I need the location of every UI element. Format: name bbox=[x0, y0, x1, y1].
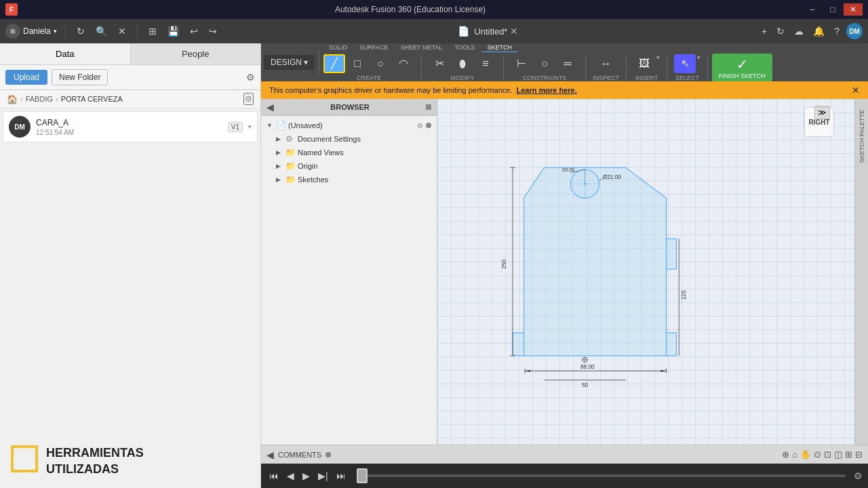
play-button[interactable]: ▶ bbox=[300, 469, 313, 483]
home-view-button[interactable]: ⌂ bbox=[792, 449, 797, 460]
upload-button[interactable]: Upload bbox=[5, 70, 47, 85]
comments-toggle-button[interactable]: ◀ bbox=[267, 449, 274, 460]
insert-label: INSERT bbox=[635, 75, 658, 81]
select-button[interactable]: ↖ bbox=[674, 54, 696, 73]
browser-header: ◀ BROWSER bbox=[261, 99, 437, 116]
save-button[interactable]: 💾 bbox=[165, 24, 182, 38]
design-mode-button[interactable]: DESIGN ▾ bbox=[264, 55, 315, 70]
constrain1-button[interactable]: ⊢ bbox=[511, 54, 532, 73]
view-controls-more[interactable]: ⊟ bbox=[855, 449, 863, 460]
browser-collapse-button[interactable]: ◀ bbox=[267, 102, 274, 113]
settings-icon-button[interactable]: ⚙ bbox=[246, 72, 255, 83]
constrain3-button[interactable]: ═ bbox=[557, 54, 578, 73]
insert-caret[interactable]: ▾ bbox=[656, 54, 660, 73]
grid-view-button[interactable]: ⊞ bbox=[146, 24, 159, 38]
new-folder-button[interactable]: New Folder bbox=[52, 69, 108, 85]
zoom-fit-button[interactable]: ⊡ bbox=[824, 449, 831, 460]
offset-button[interactable]: ⬮ bbox=[452, 54, 473, 73]
mirror-button[interactable]: ≡ bbox=[475, 54, 496, 73]
select-caret[interactable]: ▾ bbox=[697, 54, 701, 73]
unsaved-settings-icon[interactable]: ⚙ bbox=[417, 122, 423, 129]
version-caret-icon[interactable]: ▾ bbox=[248, 123, 252, 130]
warning-text: This computer's graphics driver or hardw… bbox=[269, 86, 513, 94]
file-name: CARA_A bbox=[36, 118, 222, 127]
bottom-area: ◀ COMMENTS ⊕ ⌂ ✋ ⊙ ⊡ ◫ ⊞ ⊟ ⏮ ◀ bbox=[261, 445, 868, 488]
sketches-folder-icon: 📁 bbox=[285, 175, 295, 184]
tree-item-origin[interactable]: ▶ 📁 Origin bbox=[273, 159, 434, 173]
timeline-settings-button[interactable]: ⚙ bbox=[854, 470, 863, 481]
line-tool-button[interactable]: ╱ bbox=[323, 54, 345, 73]
file-item[interactable]: DM CARA_A 12:51:54 AM V1 ▾ bbox=[3, 111, 258, 142]
tab-sheet-metal[interactable]: SHEET METAL bbox=[395, 43, 448, 52]
tree-item-sketches[interactable]: ▶ 📁 Sketches bbox=[273, 173, 434, 186]
tree-label-doc-settings: Document Settings bbox=[298, 135, 431, 143]
tab-sketch[interactable]: SKETCH bbox=[482, 43, 518, 52]
tab-data[interactable]: Data bbox=[0, 43, 131, 64]
tree-item-doc-settings[interactable]: ▶ ⚙ Document Settings bbox=[273, 132, 434, 146]
undo-button[interactable]: ↩ bbox=[187, 24, 201, 38]
pan-button[interactable]: ✋ bbox=[800, 449, 811, 460]
breadcrumb-project[interactable]: FABDIG bbox=[26, 95, 53, 103]
doc-close-button[interactable]: ✕ bbox=[510, 26, 518, 37]
tab-solid[interactable]: SOLID bbox=[323, 43, 353, 52]
tab-surface[interactable]: SURFACE bbox=[354, 43, 394, 52]
add-button[interactable]: + bbox=[759, 24, 770, 38]
tab-tools[interactable]: TOOLS bbox=[449, 43, 480, 52]
constrain2-button[interactable]: ○ bbox=[534, 54, 555, 73]
svg-marker-12 bbox=[660, 370, 666, 372]
tree-item-named-views[interactable]: ▶ 📁 Named Views bbox=[273, 146, 434, 159]
expand-button[interactable]: ≫ bbox=[814, 106, 830, 119]
redo-button[interactable]: ↪ bbox=[206, 24, 220, 38]
tree-item-unsaved[interactable]: ▼ 📄 (Unsaved) ⚙ bbox=[264, 119, 434, 132]
arc-tool-button[interactable]: ◠ bbox=[393, 54, 414, 73]
prev-frame-button[interactable]: ◀ bbox=[284, 469, 297, 483]
left-panel: Data People Upload New Folder ⚙ 🏠 › FABD… bbox=[0, 43, 261, 488]
restore-button[interactable]: □ bbox=[823, 3, 842, 16]
finish-sketch-button[interactable]: ✓ FINISH SKETCH bbox=[712, 54, 772, 82]
help-button[interactable]: ? bbox=[831, 24, 842, 38]
sketch-viewport[interactable]: 88.00 250 125 50 Ø21.00 bbox=[437, 99, 854, 445]
constraints-tools: ⊢ ○ ═ bbox=[511, 54, 578, 73]
tree-label-sketches: Sketches bbox=[298, 176, 431, 184]
circle-tool-button[interactable]: ○ bbox=[370, 54, 391, 73]
account-circle[interactable]: DM bbox=[846, 23, 863, 39]
unsaved-dot-icon bbox=[426, 123, 431, 128]
orbit-button[interactable]: ⊕ bbox=[782, 449, 789, 460]
close-button[interactable]: ✕ bbox=[844, 3, 863, 16]
tab-people[interactable]: People bbox=[131, 43, 261, 64]
update-button[interactable]: ☁ bbox=[791, 24, 806, 38]
breadcrumb: 🏠 › FABDIG › PORTA CERVEZA ⚙ bbox=[0, 90, 260, 108]
search-button[interactable]: 🔍 bbox=[93, 24, 110, 38]
warning-close-button[interactable]: ✕ bbox=[852, 85, 860, 96]
close-panel-button[interactable]: ✕ bbox=[115, 24, 129, 38]
bell-button[interactable]: 🔔 bbox=[810, 24, 827, 38]
breadcrumb-home[interactable]: 🏠 bbox=[7, 94, 18, 104]
breadcrumb-settings-button[interactable]: ⚙ bbox=[243, 93, 254, 105]
breadcrumb-folder[interactable]: PORTA CERVEZA bbox=[61, 95, 123, 103]
browser-title: BROWSER bbox=[330, 103, 369, 111]
folder-icon: 📄 bbox=[276, 121, 285, 130]
rect-tool-button[interactable]: □ bbox=[347, 54, 368, 73]
minimize-button[interactable]: – bbox=[803, 3, 822, 16]
skip-start-button[interactable]: ⏮ bbox=[267, 469, 281, 483]
insert-image-button[interactable]: 🖼 bbox=[633, 54, 655, 73]
user-badge[interactable]: ⊞ Daniela ▾ bbox=[5, 24, 57, 39]
toolbar-row: ⊞ Daniela ▾ ↻ 🔍 ✕ ⊞ 💾 ↩ ↪ 📄 Untitled* ✕ … bbox=[0, 19, 868, 43]
warning-bar: This computer's graphics driver or hardw… bbox=[261, 81, 868, 99]
next-frame-button[interactable]: ▶| bbox=[315, 469, 331, 483]
svg-marker-0 bbox=[524, 167, 667, 356]
browser-dot-icon bbox=[426, 104, 431, 110]
zoom-button[interactable]: ⊙ bbox=[814, 449, 821, 460]
timeline-thumb[interactable] bbox=[357, 468, 368, 483]
inspect-button[interactable]: ↔ bbox=[595, 54, 617, 73]
display-button[interactable]: ◫ bbox=[834, 449, 842, 460]
trim-button[interactable]: ✂ bbox=[429, 54, 450, 73]
warning-link[interactable]: Learn more here. bbox=[517, 86, 577, 94]
skip-end-button[interactable]: ⏭ bbox=[334, 469, 349, 483]
content-area: ◀ BROWSER ▼ 📄 (Unsaved) ⚙ ▶ bbox=[261, 99, 868, 445]
refresh-button[interactable]: ↻ bbox=[74, 24, 87, 38]
cloud-button[interactable]: ↻ bbox=[774, 24, 787, 38]
grid-display-button[interactable]: ⊞ bbox=[845, 449, 852, 460]
create-tools: ╱ □ ○ ◠ bbox=[323, 54, 414, 73]
svg-rect-1 bbox=[667, 239, 677, 269]
